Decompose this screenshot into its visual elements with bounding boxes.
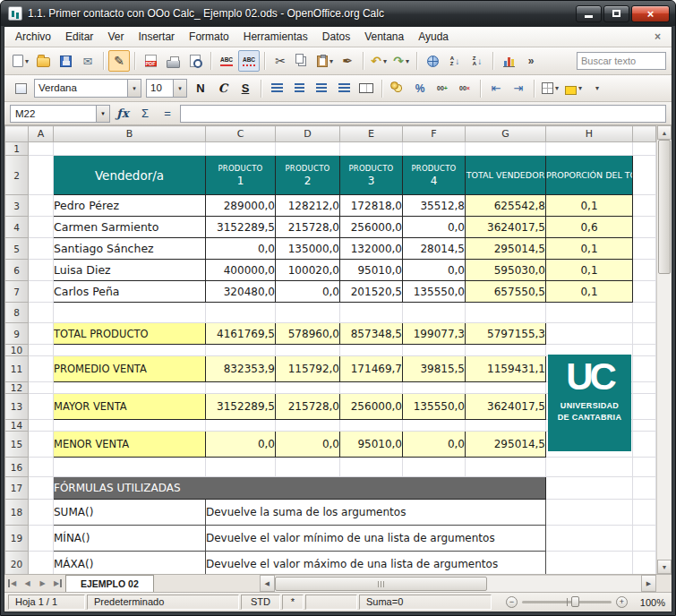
menu-datos[interactable]: Datos [315, 28, 357, 46]
vertical-scroll-thumb[interactable] [658, 140, 671, 274]
cell[interactable] [54, 420, 206, 432]
font-size-combobox[interactable]: 10▾ [146, 79, 187, 98]
cell[interactable] [29, 156, 54, 195]
chevron-down-icon[interactable]: ▾ [173, 80, 186, 97]
cell[interactable] [29, 142, 54, 156]
column-header-B[interactable]: B [54, 126, 206, 142]
spellcheck-button[interactable]: ABC [216, 50, 237, 72]
cell[interactable] [633, 500, 656, 526]
cell[interactable] [29, 217, 54, 238]
cell-H7[interactable]: 0,1 [546, 281, 633, 303]
cell[interactable] [466, 420, 546, 432]
cell[interactable] [276, 420, 340, 432]
sort-ascending-button[interactable]: A Z↓ [444, 50, 466, 72]
row-header-7[interactable]: 7 [5, 281, 29, 303]
cell[interactable] [29, 356, 54, 382]
autospellcheck-button[interactable]: ABC [238, 50, 260, 72]
cell-F2[interactable]: PRODUCTO4 [403, 156, 466, 195]
column-header-E[interactable]: E [340, 126, 403, 142]
decrease-indent-button[interactable]: ⇤ [485, 78, 507, 99]
toolbar-overflow-button[interactable]: » [520, 50, 542, 72]
cell[interactable] [340, 458, 403, 477]
cell[interactable] [276, 345, 340, 356]
cell[interactable] [633, 142, 656, 156]
cell[interactable] [633, 156, 656, 195]
hyperlink-button[interactable] [422, 50, 443, 72]
background-color-button[interactable]: ▾ [562, 78, 585, 99]
vertical-scroll-track[interactable] [657, 140, 672, 560]
cell[interactable] [633, 432, 656, 458]
function-button[interactable]: = [158, 105, 177, 123]
cell[interactable] [29, 552, 54, 575]
cell[interactable] [206, 458, 276, 477]
row-header-9[interactable]: 9 [5, 323, 29, 345]
row-header-20[interactable]: 20 [5, 552, 29, 575]
cell[interactable] [403, 142, 466, 156]
cell-B19[interactable]: MÍNA() [54, 526, 206, 552]
cell-C6[interactable]: 400000,0 [206, 260, 276, 281]
horizontal-scroll-track[interactable] [275, 575, 641, 592]
row-header-4[interactable]: 4 [5, 217, 29, 238]
cell-H2[interactable]: PROPORCIÓN DEL TOTAL [546, 156, 633, 195]
horizontal-scrollbar[interactable]: ◀ ▶ [260, 575, 656, 592]
email-button[interactable]: ✉ [77, 50, 98, 72]
cell[interactable] [276, 142, 340, 156]
cell-D13[interactable]: 215728,0 [276, 394, 340, 420]
cell-B11[interactable]: PROMEDIO VENTA [54, 356, 206, 382]
edit-file-button[interactable]: ✎ [108, 50, 130, 72]
cell-G15[interactable]: 295014,5 [466, 432, 546, 458]
search-input[interactable] [577, 52, 666, 70]
row-header-1[interactable]: 1 [5, 142, 29, 156]
menu-herramientas[interactable]: Herramientas [236, 28, 315, 46]
cell[interactable] [340, 345, 403, 356]
cell[interactable] [403, 458, 466, 477]
cell-B4[interactable]: Carmen Sarmiento [54, 217, 206, 238]
cell[interactable] [546, 552, 633, 575]
cell-G7[interactable]: 657550,5 [466, 281, 546, 303]
cell[interactable] [54, 458, 206, 477]
cell[interactable] [276, 458, 340, 477]
cell[interactable] [633, 217, 656, 238]
copy-button[interactable] [292, 50, 313, 72]
print-button[interactable] [162, 50, 184, 72]
name-box[interactable]: M22▾ [10, 105, 110, 123]
menu-archivo[interactable]: Archivo [8, 28, 58, 46]
maximize-button[interactable] [603, 5, 629, 22]
cell[interactable] [340, 420, 403, 432]
next-sheet-button[interactable]: ▶ [35, 575, 50, 592]
cell[interactable] [54, 345, 206, 356]
cell[interactable] [403, 382, 466, 394]
cell[interactable] [403, 420, 466, 432]
cell[interactable] [546, 323, 633, 345]
cell[interactable] [633, 195, 656, 217]
borders-button[interactable]: ▾ [539, 78, 561, 99]
cell[interactable] [29, 345, 54, 356]
cell-E13[interactable]: 256000,0 [340, 394, 403, 420]
sort-descending-button[interactable]: Z A↓ [466, 50, 488, 72]
cell[interactable] [466, 142, 546, 156]
zoom-out-icon[interactable]: − [506, 596, 518, 608]
cell-C19[interactable]: Devuelve el valor mínimo de una lista de… [206, 526, 546, 552]
cell-G2[interactable]: TOTAL VENDEDOR [466, 156, 546, 195]
menu-ayuda[interactable]: Ayuda [411, 28, 456, 46]
cell[interactable] [29, 500, 54, 526]
cell-F15[interactable]: 0,0 [403, 432, 466, 458]
align-justify-button[interactable] [333, 78, 355, 99]
cell-D11[interactable]: 115792,0 [276, 356, 340, 382]
cell-E3[interactable]: 172818,0 [340, 195, 403, 217]
cell[interactable] [633, 323, 656, 345]
row-header-19[interactable]: 19 [5, 526, 29, 552]
delete-decimal-button[interactable]: 00× [454, 78, 475, 99]
increase-indent-button[interactable]: ⇥ [508, 78, 529, 99]
format-paintbrush-button[interactable]: ✒ [337, 50, 358, 72]
cell-C7[interactable]: 320480,0 [206, 281, 276, 303]
cell-G4[interactable]: 3624017,5 [466, 217, 546, 238]
row-header-12[interactable]: 12 [5, 382, 29, 394]
cell-B15[interactable]: MENOR VENTA [54, 432, 206, 458]
cell[interactable] [29, 432, 54, 458]
first-sheet-button[interactable]: ◀ [4, 575, 20, 592]
column-header-D[interactable]: D [276, 126, 340, 142]
cell[interactable] [206, 382, 276, 394]
cell[interactable] [54, 142, 206, 156]
cell-G9[interactable]: 5797155,3 [466, 323, 546, 345]
